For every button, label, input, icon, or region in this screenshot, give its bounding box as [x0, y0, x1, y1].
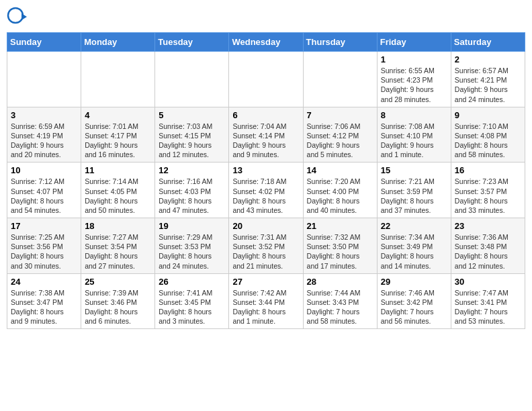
calendar-cell [229, 52, 303, 107]
day-info: Sunrise: 7:29 AM Sunset: 3:53 PM Dayligh… [159, 232, 225, 271]
calendar-cell: 3Sunrise: 6:59 AM Sunset: 4:19 PM Daylig… [7, 107, 81, 163]
day-info: Sunrise: 7:08 AM Sunset: 4:10 PM Dayligh… [381, 122, 447, 160]
day-info: Sunrise: 6:59 AM Sunset: 4:19 PM Dayligh… [11, 122, 77, 160]
day-number: 25 [85, 277, 151, 287]
svg-point-0 [8, 8, 23, 23]
day-number: 14 [307, 165, 373, 175]
calendar-cell: 17Sunrise: 7:25 AM Sunset: 3:56 PM Dayli… [7, 218, 81, 274]
day-number: 6 [232, 110, 299, 120]
calendar-cell: 4Sunrise: 7:01 AM Sunset: 4:17 PM Daylig… [81, 107, 155, 163]
day-info: Sunrise: 7:10 AM Sunset: 4:08 PM Dayligh… [455, 122, 521, 160]
day-number: 5 [159, 110, 225, 120]
day-info: Sunrise: 7:25 AM Sunset: 3:56 PM Dayligh… [11, 232, 77, 271]
calendar-cell: 2Sunrise: 6:57 AM Sunset: 4:21 PM Daylig… [451, 52, 525, 107]
calendar-cell: 22Sunrise: 7:34 AM Sunset: 3:49 PM Dayli… [377, 218, 451, 274]
day-number: 4 [85, 110, 151, 120]
day-info: Sunrise: 7:01 AM Sunset: 4:17 PM Dayligh… [85, 122, 151, 160]
calendar-cell: 15Sunrise: 7:21 AM Sunset: 3:59 PM Dayli… [377, 163, 451, 218]
day-info: Sunrise: 7:23 AM Sunset: 3:57 PM Dayligh… [455, 177, 521, 215]
calendar-cell: 5Sunrise: 7:03 AM Sunset: 4:15 PM Daylig… [155, 107, 229, 163]
day-number: 11 [85, 165, 151, 175]
calendar-cell: 19Sunrise: 7:29 AM Sunset: 3:53 PM Dayli… [155, 218, 229, 274]
day-info: Sunrise: 7:14 AM Sunset: 4:05 PM Dayligh… [85, 177, 151, 215]
calendar-cell: 24Sunrise: 7:38 AM Sunset: 3:47 PM Dayli… [7, 273, 81, 329]
day-info: Sunrise: 7:36 AM Sunset: 3:48 PM Dayligh… [455, 232, 521, 271]
day-number: 28 [307, 277, 373, 287]
col-header-tuesday: Tuesday [155, 33, 229, 52]
calendar-cell: 28Sunrise: 7:44 AM Sunset: 3:43 PM Dayli… [303, 273, 377, 329]
day-info: Sunrise: 7:04 AM Sunset: 4:14 PM Dayligh… [232, 122, 299, 160]
day-info: Sunrise: 7:34 AM Sunset: 3:49 PM Dayligh… [381, 232, 447, 271]
day-number: 1 [381, 54, 447, 64]
day-number: 3 [11, 110, 77, 120]
col-header-sunday: Sunday [7, 33, 81, 52]
col-header-friday: Friday [377, 33, 451, 52]
calendar-week-2: 3Sunrise: 6:59 AM Sunset: 4:19 PM Daylig… [7, 107, 525, 163]
day-info: Sunrise: 7:03 AM Sunset: 4:15 PM Dayligh… [159, 122, 225, 160]
calendar-cell: 30Sunrise: 7:47 AM Sunset: 3:41 PM Dayli… [451, 273, 525, 329]
page-header [7, 7, 525, 27]
day-number: 29 [381, 277, 447, 287]
day-info: Sunrise: 6:57 AM Sunset: 4:21 PM Dayligh… [455, 66, 521, 104]
day-number: 26 [159, 277, 225, 287]
day-info: Sunrise: 7:42 AM Sunset: 3:44 PM Dayligh… [232, 288, 299, 326]
calendar-cell: 14Sunrise: 7:20 AM Sunset: 4:00 PM Dayli… [303, 163, 377, 218]
calendar-week-3: 10Sunrise: 7:12 AM Sunset: 4:07 PM Dayli… [7, 163, 525, 218]
day-info: Sunrise: 7:31 AM Sunset: 3:52 PM Dayligh… [232, 232, 299, 271]
calendar-cell: 29Sunrise: 7:46 AM Sunset: 3:42 PM Dayli… [377, 273, 451, 329]
col-header-thursday: Thursday [303, 33, 377, 52]
day-info: Sunrise: 7:47 AM Sunset: 3:41 PM Dayligh… [455, 288, 521, 326]
day-info: Sunrise: 7:27 AM Sunset: 3:54 PM Dayligh… [85, 232, 151, 271]
day-number: 8 [381, 110, 447, 120]
calendar-cell [81, 52, 155, 107]
calendar-cell: 27Sunrise: 7:42 AM Sunset: 3:44 PM Dayli… [229, 273, 303, 329]
day-number: 19 [159, 221, 225, 231]
day-number: 10 [11, 165, 77, 175]
calendar-cell: 18Sunrise: 7:27 AM Sunset: 3:54 PM Dayli… [81, 218, 155, 274]
calendar-cell: 11Sunrise: 7:14 AM Sunset: 4:05 PM Dayli… [81, 163, 155, 218]
calendar-cell: 7Sunrise: 7:06 AM Sunset: 4:12 PM Daylig… [303, 107, 377, 163]
day-info: Sunrise: 7:20 AM Sunset: 4:00 PM Dayligh… [307, 177, 373, 215]
day-number: 24 [11, 277, 77, 287]
day-number: 2 [455, 54, 521, 64]
calendar-header-row: SundayMondayTuesdayWednesdayThursdayFrid… [7, 33, 525, 52]
calendar-cell: 16Sunrise: 7:23 AM Sunset: 3:57 PM Dayli… [451, 163, 525, 218]
calendar-cell: 12Sunrise: 7:16 AM Sunset: 4:03 PM Dayli… [155, 163, 229, 218]
calendar-cell: 1Sunrise: 6:55 AM Sunset: 4:23 PM Daylig… [377, 52, 451, 107]
day-number: 7 [307, 110, 373, 120]
day-info: Sunrise: 7:38 AM Sunset: 3:47 PM Dayligh… [11, 288, 77, 326]
day-number: 20 [232, 221, 299, 231]
calendar-cell [303, 52, 377, 107]
calendar-table: SundayMondayTuesdayWednesdayThursdayFrid… [7, 32, 525, 329]
day-info: Sunrise: 6:55 AM Sunset: 4:23 PM Dayligh… [381, 66, 447, 104]
calendar-cell: 25Sunrise: 7:39 AM Sunset: 3:46 PM Dayli… [81, 273, 155, 329]
day-number: 27 [232, 277, 299, 287]
day-number: 12 [159, 165, 225, 175]
col-header-monday: Monday [81, 33, 155, 52]
day-info: Sunrise: 7:16 AM Sunset: 4:03 PM Dayligh… [159, 177, 225, 215]
day-info: Sunrise: 7:12 AM Sunset: 4:07 PM Dayligh… [11, 177, 77, 215]
calendar-cell: 8Sunrise: 7:08 AM Sunset: 4:10 PM Daylig… [377, 107, 451, 163]
calendar-cell: 9Sunrise: 7:10 AM Sunset: 4:08 PM Daylig… [451, 107, 525, 163]
day-info: Sunrise: 7:46 AM Sunset: 3:42 PM Dayligh… [381, 288, 447, 326]
day-info: Sunrise: 7:06 AM Sunset: 4:12 PM Dayligh… [307, 122, 373, 160]
calendar-cell: 6Sunrise: 7:04 AM Sunset: 4:14 PM Daylig… [229, 107, 303, 163]
calendar-week-5: 24Sunrise: 7:38 AM Sunset: 3:47 PM Dayli… [7, 273, 525, 329]
svg-marker-1 [21, 13, 27, 20]
day-info: Sunrise: 7:44 AM Sunset: 3:43 PM Dayligh… [307, 288, 373, 326]
day-number: 18 [85, 221, 151, 231]
day-info: Sunrise: 7:21 AM Sunset: 3:59 PM Dayligh… [381, 177, 447, 215]
col-header-saturday: Saturday [451, 33, 525, 52]
calendar-cell: 10Sunrise: 7:12 AM Sunset: 4:07 PM Dayli… [7, 163, 81, 218]
calendar-cell: 13Sunrise: 7:18 AM Sunset: 4:02 PM Dayli… [229, 163, 303, 218]
day-info: Sunrise: 7:32 AM Sunset: 3:50 PM Dayligh… [307, 232, 373, 271]
day-number: 9 [455, 110, 521, 120]
day-number: 21 [307, 221, 373, 231]
day-number: 17 [11, 221, 77, 231]
col-header-wednesday: Wednesday [229, 33, 303, 52]
calendar-cell [7, 52, 81, 107]
calendar-cell: 21Sunrise: 7:32 AM Sunset: 3:50 PM Dayli… [303, 218, 377, 274]
calendar-week-4: 17Sunrise: 7:25 AM Sunset: 3:56 PM Dayli… [7, 218, 525, 274]
day-number: 16 [455, 165, 521, 175]
calendar-week-1: 1Sunrise: 6:55 AM Sunset: 4:23 PM Daylig… [7, 52, 525, 107]
